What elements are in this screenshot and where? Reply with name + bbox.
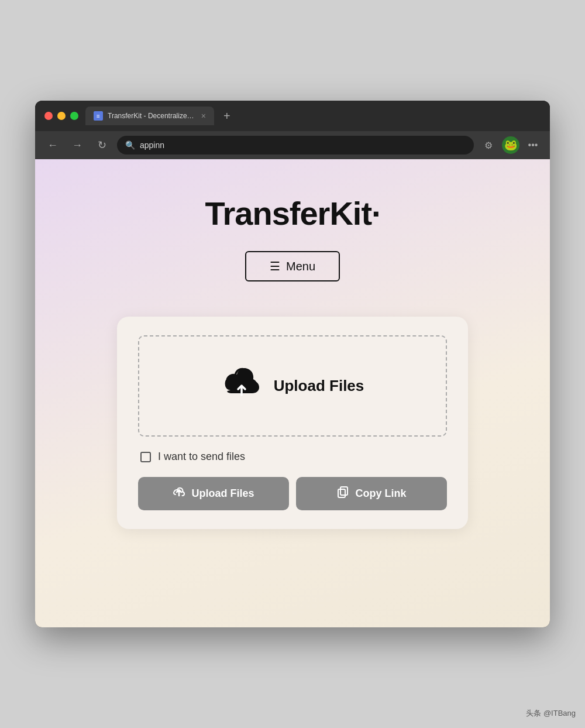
forward-button[interactable]: → [68, 136, 87, 154]
upload-card: Upload Files I want to send files Upload… [117, 317, 468, 529]
upload-btn-label: Upload Files [191, 487, 254, 500]
copy-link-button[interactable]: Copy Link [296, 477, 447, 510]
hamburger-icon: ☰ [270, 259, 280, 273]
svg-rect-1 [340, 487, 347, 495]
nav-bar: ← → ↻ 🔍 appinn ⚙ 🐸 ••• [35, 131, 550, 159]
checkbox-row: I want to send files [138, 451, 447, 463]
address-bar[interactable]: 🔍 appinn [117, 136, 474, 154]
copy-link-label: Copy Link [355, 487, 406, 500]
drop-zone-label: Upload Files [274, 377, 364, 395]
drop-zone[interactable]: Upload Files [138, 335, 447, 437]
maximize-button[interactable] [70, 112, 78, 120]
copy-link-icon [336, 486, 349, 501]
send-files-checkbox[interactable] [140, 452, 151, 462]
menu-button[interactable]: ☰ Menu [245, 251, 340, 281]
close-button[interactable] [44, 112, 53, 120]
minimize-button[interactable] [57, 112, 66, 120]
menu-label: Menu [286, 260, 315, 273]
reload-button[interactable]: ↻ [92, 136, 111, 154]
page-content: TransferKit· ☰ Menu [35, 159, 550, 627]
search-icon: 🔍 [125, 140, 135, 150]
tab-area: ≡ TransferKit - Decentralized Fil… × + [85, 107, 541, 125]
upload-files-button[interactable]: Upload Files [138, 477, 289, 510]
watermark: 头条 @ITBang [526, 708, 576, 719]
tab-title: TransferKit - Decentralized Fil… [108, 112, 197, 120]
title-bar: ≡ TransferKit - Decentralized Fil… × + [35, 101, 550, 131]
upload-btn-icon [173, 486, 185, 501]
tab-favicon: ≡ [94, 111, 103, 121]
site-title: TransferKit· [205, 194, 380, 232]
more-menu-button[interactable]: ••• [524, 136, 542, 154]
extensions-icon[interactable]: ⚙ [480, 136, 497, 154]
action-buttons: Upload Files Copy Link [138, 477, 447, 510]
send-files-label: I want to send files [158, 451, 245, 463]
address-text: appinn [140, 140, 164, 150]
cloud-upload-icon [221, 365, 262, 407]
active-tab[interactable]: ≡ TransferKit - Decentralized Fil… × [85, 107, 214, 125]
tab-close-icon[interactable]: × [201, 111, 206, 121]
nav-actions: ⚙ 🐸 ••• [480, 136, 542, 154]
profile-avatar[interactable]: 🐸 [502, 136, 519, 154]
svg-rect-2 [338, 489, 345, 497]
browser-window: ≡ TransferKit - Decentralized Fil… × + ←… [35, 101, 550, 627]
new-tab-button[interactable]: + [219, 109, 235, 123]
back-button[interactable]: ← [43, 136, 62, 154]
traffic-lights [44, 112, 78, 120]
